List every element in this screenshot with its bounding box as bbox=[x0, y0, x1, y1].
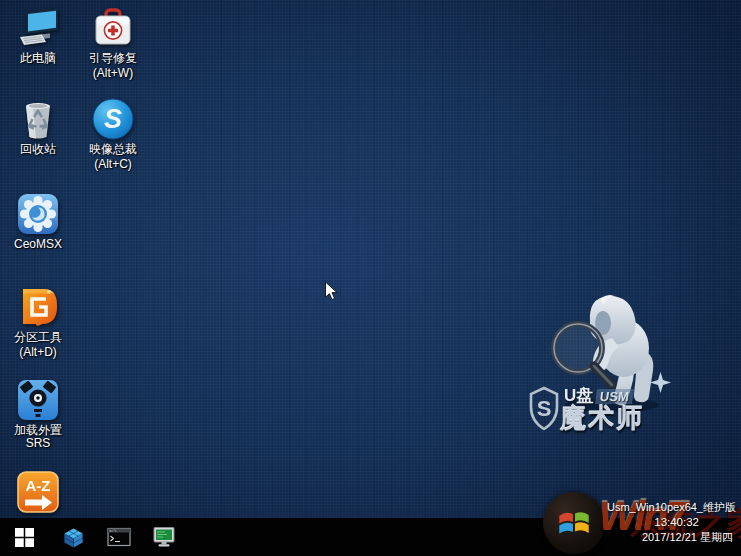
mouse-cursor bbox=[324, 281, 339, 306]
desktop-icon-diskgenius[interactable]: 分区工具 (Alt+D) bbox=[2, 285, 74, 359]
usm-shield-icon: S bbox=[528, 386, 560, 436]
desktop-icon-this-pc[interactable]: 此电脑 bbox=[2, 6, 74, 65]
firewire-srs-icon bbox=[16, 378, 60, 422]
recycle-bin-icon bbox=[16, 97, 60, 141]
first-aid-kit-icon bbox=[91, 6, 135, 50]
desktop-icon-label: 加载外置SRS bbox=[2, 424, 74, 450]
svg-text:S: S bbox=[537, 396, 552, 421]
desktop-icon-label: 此电脑 bbox=[2, 52, 74, 65]
build-name: Usm_Win10pex64_维护版 bbox=[568, 500, 738, 515]
this-pc-icon bbox=[16, 6, 60, 50]
remote-pc-icon bbox=[152, 525, 176, 549]
desktop-icon-load-srs[interactable]: 加载外置SRS bbox=[2, 378, 74, 450]
taskbar-item-pecmd[interactable] bbox=[58, 518, 88, 556]
svg-text:C:\: C:\ bbox=[110, 529, 116, 533]
svg-text:S: S bbox=[104, 104, 122, 134]
usm-magician-watermark: S U盘USM 魔术师 bbox=[520, 292, 690, 444]
start-button[interactable] bbox=[0, 518, 48, 556]
diskgenius-icon bbox=[16, 285, 60, 329]
clock-info: Usm_Win10pex64_维护版 13:40:32 2017/12/21 星… bbox=[568, 500, 738, 545]
desktop-icon-hotkey: (Alt+W) bbox=[77, 67, 149, 80]
az-run-icon: A-Z bbox=[16, 470, 60, 514]
desktop-icon-hotkey: (Alt+D) bbox=[2, 346, 74, 359]
desktop-icon-label: 映像总裁 bbox=[77, 143, 149, 156]
pe-desktop: 此电脑 引导修复 (Alt+W) bbox=[0, 0, 741, 556]
desktop-icon-label: 分区工具 bbox=[2, 331, 74, 344]
sgi-disc-icon: S bbox=[91, 97, 135, 141]
desktop-icon-boot-repair[interactable]: 引导修复 (Alt+W) bbox=[77, 6, 149, 80]
usm-brand-magician: 魔术师 bbox=[560, 401, 644, 436]
svg-text:A-Z: A-Z bbox=[26, 477, 51, 494]
desktop-icon-label: 回收站 bbox=[2, 143, 74, 156]
desktop-icon-ceomsx[interactable]: CeoMSX bbox=[2, 192, 74, 251]
command-prompt-icon: C:\ bbox=[107, 525, 131, 549]
cube-pecmd-icon bbox=[62, 526, 85, 549]
desktop-icon-az[interactable]: A-Z bbox=[2, 470, 74, 516]
clock-date: 2017/12/21 星期四 bbox=[568, 530, 738, 545]
desktop-icon-recycle-bin[interactable]: 回收站 bbox=[2, 97, 74, 156]
clock-time: 13:40:32 bbox=[568, 515, 738, 530]
desktop-icon-hotkey: (Alt+C) bbox=[77, 158, 149, 171]
windows-start-icon bbox=[15, 528, 34, 547]
desktop-icon-label: CeoMSX bbox=[2, 238, 74, 251]
taskbar-item-cmd[interactable]: C:\ bbox=[104, 518, 134, 556]
ceomsx-gear-icon bbox=[16, 192, 60, 236]
taskbar-item-remote-pc[interactable] bbox=[149, 518, 179, 556]
desktop-icon-sgi[interactable]: S 映像总裁 (Alt+C) bbox=[77, 97, 149, 171]
desktop-icon-label: 引导修复 bbox=[77, 52, 149, 65]
win7-home-watermark: 系统之家 Win7 bbox=[0, 0, 741, 556]
